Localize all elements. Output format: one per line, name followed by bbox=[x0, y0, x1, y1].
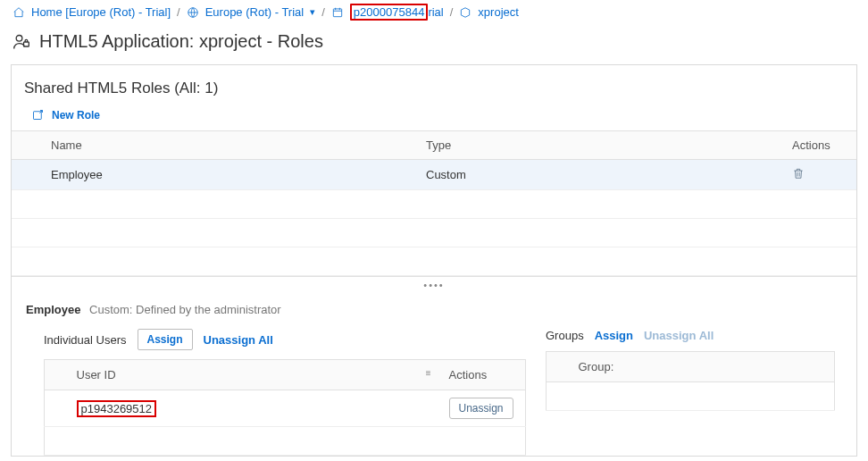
splitter-handle[interactable]: •••• bbox=[12, 276, 856, 290]
home-icon bbox=[13, 6, 25, 19]
users-table: User ID ≡ Actions p1943269512 Unassign bbox=[44, 359, 526, 456]
role-detail-desc: Custom: Defined by the administrator bbox=[89, 303, 281, 316]
table-row[interactable]: p1943269512 Unassign bbox=[45, 390, 526, 427]
globe-icon bbox=[187, 6, 199, 19]
role-detail-bar: Employee Custom: Defined by the administ… bbox=[12, 290, 856, 329]
groups-assign-link[interactable]: Assign bbox=[595, 329, 633, 342]
delete-icon[interactable] bbox=[792, 169, 805, 182]
user-lock-icon bbox=[13, 33, 30, 51]
user-id-cell: p1943269512 bbox=[77, 400, 157, 417]
breadcrumb-sep: / bbox=[177, 5, 180, 19]
table-row bbox=[12, 190, 856, 219]
unassign-button[interactable]: Unassign bbox=[449, 398, 513, 419]
col-uactions: Actions bbox=[440, 360, 526, 390]
breadcrumb-sep: / bbox=[450, 5, 454, 19]
breadcrumb-account-suffix: rial bbox=[428, 5, 443, 19]
col-user-id[interactable]: User ID ≡ bbox=[68, 360, 440, 390]
role-detail-name: Employee bbox=[26, 303, 80, 316]
col-expand bbox=[12, 131, 42, 160]
svg-point-2 bbox=[16, 35, 22, 41]
col-expand bbox=[547, 352, 570, 382]
role-type-cell: Custom bbox=[417, 160, 783, 190]
breadcrumb-sep: / bbox=[321, 5, 325, 19]
table-row bbox=[12, 247, 856, 276]
role-name-cell: Employee bbox=[42, 160, 417, 190]
new-role-button[interactable]: New Role bbox=[12, 108, 100, 130]
table-row[interactable]: Employee Custom bbox=[12, 160, 856, 190]
groups-table: Group: bbox=[546, 351, 835, 411]
sort-icon[interactable]: ≡ bbox=[426, 368, 431, 378]
breadcrumb: Home [Europe (Rot) - Trial] / Europe (Ro… bbox=[0, 0, 868, 24]
users-unassign-all-link[interactable]: Unassign All bbox=[204, 333, 273, 347]
col-actions: Actions bbox=[783, 131, 856, 160]
col-type[interactable]: Type bbox=[417, 131, 783, 160]
breadcrumb-app[interactable]: xproject bbox=[478, 5, 519, 19]
roles-table: Name Type Actions Employee Custom bbox=[12, 130, 856, 276]
col-group[interactable]: Group: bbox=[570, 352, 835, 382]
page-title: HTML5 Application: xproject - Roles bbox=[39, 31, 323, 52]
table-row bbox=[45, 427, 526, 456]
users-panel: Individual Users Assign Unassign All Use… bbox=[44, 329, 526, 456]
calendar-icon bbox=[331, 6, 344, 19]
col-name[interactable]: Name bbox=[42, 131, 417, 160]
groups-unassign-all-link: Unassign All bbox=[644, 329, 714, 342]
users-assign-button[interactable]: Assign bbox=[138, 329, 193, 350]
svg-rect-1 bbox=[333, 8, 341, 16]
users-tab-label: Individual Users bbox=[44, 333, 127, 347]
table-row bbox=[12, 219, 856, 247]
roles-section-title: Shared HTML5 Roles (All: 1) bbox=[12, 65, 856, 108]
breadcrumb-home[interactable]: Home [Europe (Rot) - Trial] bbox=[31, 5, 171, 19]
breadcrumb-region[interactable]: Europe (Rot) - Trial bbox=[205, 5, 305, 19]
hexagon-icon bbox=[459, 6, 472, 19]
table-row bbox=[547, 382, 835, 411]
chevron-down-icon[interactable]: ▾ bbox=[310, 6, 315, 18]
groups-panel: Groups Assign Unassign All Group: bbox=[546, 329, 835, 456]
breadcrumb-account[interactable]: p2000075844 bbox=[350, 4, 429, 21]
new-role-label: New Role bbox=[52, 109, 100, 122]
groups-tab-label: Groups bbox=[546, 329, 584, 342]
col-expand bbox=[45, 360, 68, 390]
